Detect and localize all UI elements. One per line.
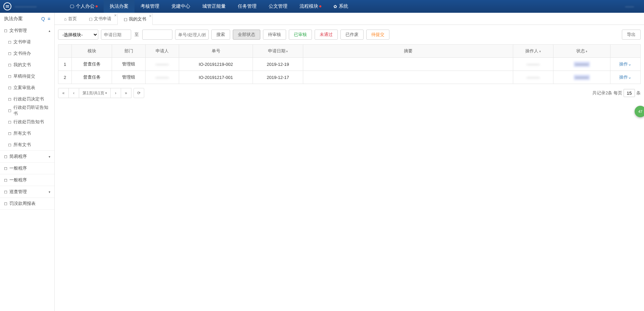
item-label: 所有文书 (13, 130, 31, 136)
menu-icon[interactable]: ≡ (48, 16, 50, 21)
page-last-button[interactable]: » (121, 88, 131, 98)
table-row: 1 督查任务 管理组 ——— IO-20191219-002 2019-12-1… (58, 58, 641, 71)
tab-doc-apply[interactable]: ◻ 文书申请 × (83, 13, 117, 25)
page-size-input[interactable] (624, 89, 635, 97)
date-to-input[interactable] (142, 30, 172, 40)
status-all-button[interactable]: 全部状态 (233, 30, 260, 40)
tab-label: 首页 (68, 16, 77, 22)
date-from-input[interactable] (101, 30, 131, 40)
cell-index: 2 (58, 71, 72, 84)
th-date[interactable]: 申请日期♦ (253, 45, 303, 58)
page-refresh-button[interactable]: ⟳ (133, 88, 144, 98)
sidebar-group-simple: ◻ 简易程序 ▾ (0, 151, 54, 163)
gear-icon: ✿ (333, 4, 337, 9)
bookmark-icon: ◻ (8, 97, 11, 101)
sidebar-group-header-general1[interactable]: ◻ 一般程序 (0, 163, 54, 174)
bookmark-icon: ◻ (8, 74, 11, 79)
item-label: 草稿待提交 (13, 73, 35, 79)
nav-personal-office[interactable]: 🖵 个人办公 (64, 0, 104, 13)
sidebar-item-doc-apply[interactable]: ◻文书申请 (0, 36, 54, 48)
bookmark-icon: ◻ (8, 120, 11, 124)
sidebar-item-all-docs-2[interactable]: ◻所有文书 (0, 139, 54, 150)
sidebar-group-header-patrol[interactable]: ◻ 巡查管理 ▾ (0, 186, 54, 197)
pagination: « ‹ 第1页/共1页 ▾ › » ⟳ (58, 88, 144, 98)
sidebar-item-penalty-decision[interactable]: ◻行政处罚决定书 (0, 93, 54, 105)
action-dropdown[interactable]: 操作⌄ (619, 75, 632, 80)
nav-label: 个人办公 (76, 3, 95, 9)
cell-status: ——— (553, 58, 610, 71)
total-label: 共记录2条 每页 (592, 90, 622, 96)
float-badge[interactable]: 47 (635, 106, 644, 117)
sidebar-item-penalty-notice[interactable]: ◻行政处罚告知书 (0, 116, 54, 128)
table-row: 2 督查任务 管理组 ——— IO-20191217-001 2019-12-1… (58, 71, 641, 84)
sort-icon: ♦ (586, 49, 587, 53)
search-input[interactable] (175, 30, 209, 40)
page-current-button[interactable]: 第1页/共1页 ▾ (79, 88, 111, 98)
chevron-down-icon: ▾ (105, 91, 107, 95)
page-prev-button[interactable]: ‹ (68, 88, 79, 98)
page-info: 共记录2条 每页 条 (592, 89, 641, 97)
search-button[interactable]: 搜索 (211, 30, 230, 40)
page-next-button[interactable]: › (110, 88, 121, 98)
nav-label: 城管正能量 (202, 3, 226, 9)
cell-action: 操作⌄ (610, 58, 641, 71)
cell-index: 1 (58, 58, 72, 71)
chevron-down-icon: ▾ (49, 190, 50, 194)
export-button[interactable]: 导出 (622, 30, 641, 40)
tab-bar: ⌂ 首页 ◻ 文书申请 × ◻ 我的文书 × (55, 13, 644, 25)
tab-my-docs[interactable]: ◻ 我的文书 × (117, 13, 153, 25)
th-action (610, 45, 641, 58)
th-docno: 单号 (179, 45, 253, 58)
status-tosubmit-button[interactable]: 待提交 (366, 30, 389, 40)
cell-docno: IO-20191217-001 (179, 71, 253, 84)
cell-applicant: ——— (146, 71, 179, 84)
chevron-down-icon: ⌄ (628, 61, 632, 66)
module-select[interactable]: -选择模块- (58, 30, 98, 40)
tab-home[interactable]: ⌂ 首页 (58, 13, 83, 25)
sidebar-item-hearing-notice[interactable]: ◻行政处罚听证告知书 (0, 105, 54, 116)
status-void-button[interactable]: 已作废 (340, 30, 364, 40)
sidebar-item-doc-pending[interactable]: ◻文书待办 (0, 48, 54, 59)
nav-assessment[interactable]: 考核管理 (135, 0, 165, 13)
chevron-down-icon: ▾ (49, 155, 50, 159)
sidebar-item-draft[interactable]: ◻草稿待提交 (0, 71, 54, 82)
unit-label: 条 (636, 90, 641, 96)
nav-documents[interactable]: 公文管理 (263, 0, 293, 13)
page-first-button[interactable]: « (58, 88, 69, 98)
close-icon[interactable]: × (114, 13, 117, 18)
status-rejected-button[interactable]: 未通过 (315, 30, 338, 40)
chevron-down-icon: ⌄ (628, 75, 632, 80)
sidebar-item-case-approval[interactable]: ◻立案审批表 (0, 82, 54, 93)
bookmark-icon: ◻ (4, 28, 7, 33)
nav-user-area[interactable]: —— (619, 4, 641, 9)
action-dropdown[interactable]: 操作⌄ (619, 61, 632, 66)
notification-dot-icon (319, 5, 321, 7)
sidebar-group-header-simple[interactable]: ◻ 简易程序 ▾ (0, 151, 54, 162)
nav-tasks[interactable]: 任务管理 (232, 0, 263, 13)
th-applicant: 申请人 (146, 45, 179, 58)
cell-module: 督查任务 (72, 71, 112, 84)
cell-operator: ——— (513, 58, 553, 71)
search-icon[interactable]: Q (41, 16, 45, 21)
th-operator[interactable]: 操作人♦ (513, 45, 553, 58)
sidebar-group-header-general2[interactable]: ◻ 一般程序 (0, 174, 54, 186)
sidebar-group-header-doc-mgmt[interactable]: ◻ 文书管理 ▴ (0, 25, 54, 36)
nav-urban[interactable]: 城管正能量 (196, 0, 232, 13)
status-approved-button[interactable]: 已审核 (289, 30, 312, 40)
th-index (58, 45, 72, 58)
close-icon[interactable]: × (149, 13, 152, 18)
sidebar-item-all-docs-1[interactable]: ◻所有文书 (0, 128, 54, 139)
nav-process[interactable]: 流程模块 (293, 0, 327, 13)
nav-law-enforcement[interactable]: 执法办案 (104, 0, 135, 13)
status-pending-button[interactable]: 待审核 (263, 30, 286, 40)
monitor-icon: 🖵 (70, 4, 74, 9)
th-status[interactable]: 状态♦ (553, 45, 610, 58)
cell-date: 2019-12-19 (253, 58, 303, 71)
sidebar-item-my-docs[interactable]: ◻我的文书 (0, 59, 54, 71)
nav-system[interactable]: ✿ 系统 (327, 0, 354, 13)
refresh-icon: ⟳ (137, 91, 141, 95)
content-area: ⌂ 首页 ◻ 文书申请 × ◻ 我的文书 × -选择模块- 至 搜索 (55, 13, 644, 311)
item-label: 文书申请 (13, 39, 31, 45)
sidebar-group-header-fine[interactable]: ◻ 罚没款周报表 (0, 198, 54, 209)
nav-party[interactable]: 党建中心 (165, 0, 196, 13)
